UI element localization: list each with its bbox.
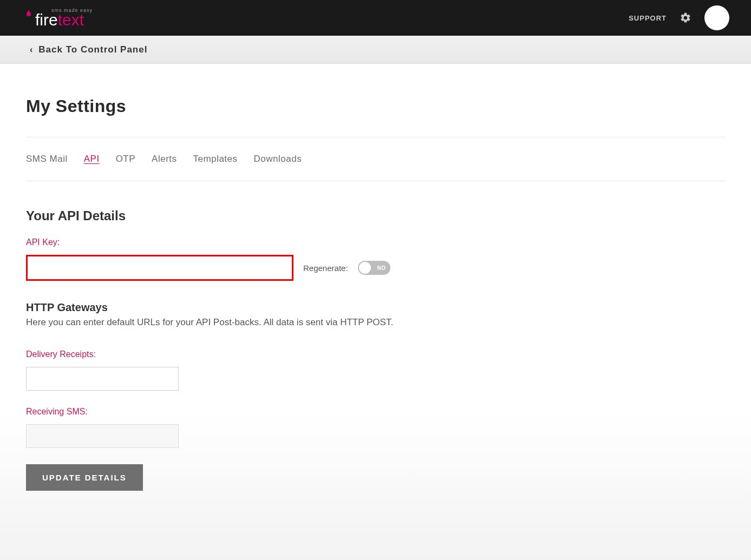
tab-downloads[interactable]: Downloads	[254, 154, 302, 164]
update-details-button[interactable]: UPDATE DETAILS	[26, 464, 143, 491]
delivery-receipts-input[interactable]	[26, 367, 179, 391]
top-header: sms made easy firetext SUPPORT	[0, 0, 751, 36]
receiving-sms-input[interactable]	[26, 424, 179, 448]
receiving-sms-label: Receiving SMS:	[26, 407, 725, 417]
http-gateways-description: Here you can enter default URLs for your…	[26, 317, 725, 328]
tab-sms-mail[interactable]: SMS Mail	[26, 154, 68, 164]
delivery-receipts-label: Delivery Receipts:	[26, 350, 725, 359]
http-gateways-title: HTTP Gateways	[26, 301, 725, 314]
tab-otp[interactable]: OTP	[116, 154, 135, 164]
tab-templates[interactable]: Templates	[193, 154, 238, 164]
logo[interactable]: sms made easy firetext	[24, 8, 93, 28]
avatar[interactable]	[704, 5, 729, 30]
back-label: Back To Control Panel	[38, 44, 147, 55]
regenerate-toggle[interactable]: NO	[358, 261, 390, 275]
toggle-knob	[359, 262, 371, 274]
back-to-control-panel-link[interactable]: ‹ Back To Control Panel	[30, 44, 147, 55]
divider	[26, 181, 725, 181]
tabs: SMS Mail API OTP Alerts Templates Downlo…	[26, 137, 725, 181]
breadcrumb-bar: ‹ Back To Control Panel	[0, 36, 751, 64]
settings-button[interactable]	[680, 12, 691, 24]
main-content: My Settings SMS Mail API OTP Alerts Temp…	[0, 64, 751, 560]
api-key-label: API Key:	[26, 238, 725, 247]
gear-icon	[680, 12, 691, 24]
page-title: My Settings	[26, 96, 725, 116]
logo-text-text: text	[58, 12, 84, 28]
api-key-value-box	[26, 255, 293, 281]
support-link[interactable]: SUPPORT	[629, 14, 667, 22]
logo-text-fire: fire	[35, 12, 58, 28]
flame-icon	[24, 4, 33, 13]
tab-api[interactable]: API	[84, 154, 100, 164]
api-details-title: Your API Details	[26, 208, 725, 223]
toggle-state-text: NO	[377, 265, 386, 271]
chevron-left-icon: ‹	[30, 45, 33, 55]
regenerate-label: Regenerate:	[303, 263, 348, 273]
tab-alerts[interactable]: Alerts	[152, 154, 177, 164]
